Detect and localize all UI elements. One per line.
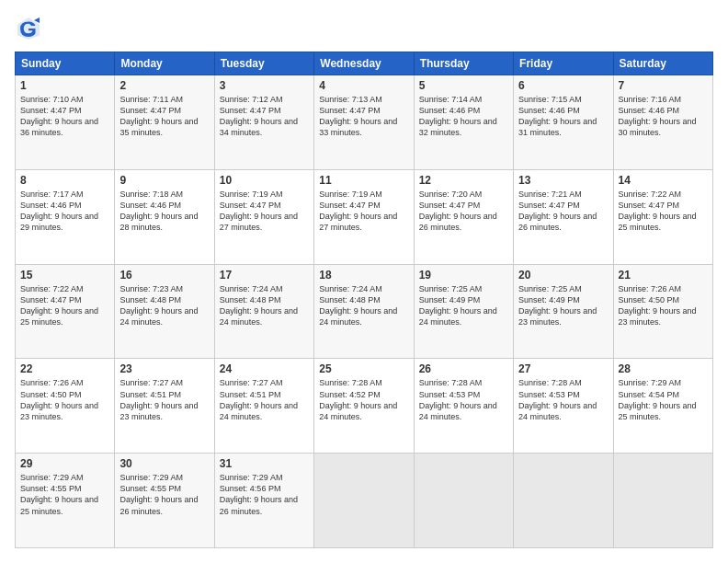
day-number: 26 <box>419 362 508 375</box>
calendar-day-cell: 29Sunrise: 7:29 AM Sunset: 4:55 PM Dayli… <box>16 454 115 548</box>
calendar-day-cell: 9Sunrise: 7:18 AM Sunset: 4:46 PM Daylig… <box>115 169 214 264</box>
calendar-day-cell: 22Sunrise: 7:26 AM Sunset: 4:50 PM Dayli… <box>16 359 115 454</box>
weekday-header: Sunday <box>16 52 115 75</box>
day-info: Sunrise: 7:19 AM Sunset: 4:47 PM Dayligh… <box>319 189 408 234</box>
day-number: 20 <box>518 269 608 282</box>
calendar-week-row: 1Sunrise: 7:10 AM Sunset: 4:47 PM Daylig… <box>16 75 713 170</box>
calendar-day-cell: 19Sunrise: 7:25 AM Sunset: 4:49 PM Dayli… <box>414 264 513 359</box>
weekday-header: Saturday <box>613 52 712 75</box>
day-number: 19 <box>419 269 508 282</box>
calendar-day-cell: 5Sunrise: 7:14 AM Sunset: 4:46 PM Daylig… <box>414 75 513 170</box>
calendar-day-cell: 14Sunrise: 7:22 AM Sunset: 4:47 PM Dayli… <box>613 169 712 264</box>
day-number: 2 <box>119 79 209 92</box>
day-number: 14 <box>619 174 708 187</box>
calendar-day-cell: 28Sunrise: 7:29 AM Sunset: 4:54 PM Dayli… <box>613 359 712 454</box>
day-number: 8 <box>20 174 109 187</box>
day-number: 13 <box>518 174 608 187</box>
day-number: 11 <box>319 174 408 187</box>
calendar-day-cell: 27Sunrise: 7:28 AM Sunset: 4:53 PM Dayli… <box>514 359 613 454</box>
calendar-day-cell: 21Sunrise: 7:26 AM Sunset: 4:50 PM Dayli… <box>613 264 712 359</box>
weekday-header: Thursday <box>414 52 513 75</box>
day-info: Sunrise: 7:11 AM Sunset: 4:47 PM Dayligh… <box>119 94 209 139</box>
day-number: 6 <box>518 79 608 92</box>
calendar-day-cell: 1Sunrise: 7:10 AM Sunset: 4:47 PM Daylig… <box>16 75 115 170</box>
weekday-header: Monday <box>115 52 214 75</box>
day-info: Sunrise: 7:12 AM Sunset: 4:47 PM Dayligh… <box>220 94 309 139</box>
day-info: Sunrise: 7:29 AM Sunset: 4:54 PM Dayligh… <box>619 377 708 422</box>
calendar-day-cell: 4Sunrise: 7:13 AM Sunset: 4:47 PM Daylig… <box>314 75 414 170</box>
calendar-day-cell: 25Sunrise: 7:28 AM Sunset: 4:52 PM Dayli… <box>314 359 414 454</box>
day-info: Sunrise: 7:29 AM Sunset: 4:55 PM Dayligh… <box>119 472 209 517</box>
day-number: 5 <box>419 79 508 92</box>
day-info: Sunrise: 7:10 AM Sunset: 4:47 PM Dayligh… <box>20 94 109 139</box>
day-info: Sunrise: 7:26 AM Sunset: 4:50 PM Dayligh… <box>20 377 109 422</box>
day-info: Sunrise: 7:29 AM Sunset: 4:55 PM Dayligh… <box>20 472 109 517</box>
calendar-header-row: SundayMondayTuesdayWednesdayThursdayFrid… <box>16 52 713 75</box>
logo <box>15 15 46 42</box>
day-info: Sunrise: 7:14 AM Sunset: 4:46 PM Dayligh… <box>419 94 508 139</box>
calendar-day-cell: 10Sunrise: 7:19 AM Sunset: 4:47 PM Dayli… <box>214 169 313 264</box>
day-info: Sunrise: 7:24 AM Sunset: 4:48 PM Dayligh… <box>319 283 408 328</box>
day-info: Sunrise: 7:19 AM Sunset: 4:47 PM Dayligh… <box>220 189 309 234</box>
day-info: Sunrise: 7:28 AM Sunset: 4:53 PM Dayligh… <box>419 377 508 422</box>
day-number: 22 <box>20 362 109 375</box>
day-info: Sunrise: 7:20 AM Sunset: 4:47 PM Dayligh… <box>419 189 508 234</box>
day-number: 24 <box>220 362 309 375</box>
calendar-day-cell <box>613 454 712 548</box>
calendar-day-cell: 26Sunrise: 7:28 AM Sunset: 4:53 PM Dayli… <box>414 359 513 454</box>
day-number: 23 <box>119 362 209 375</box>
calendar-day-cell: 8Sunrise: 7:17 AM Sunset: 4:46 PM Daylig… <box>16 169 115 264</box>
calendar-day-cell: 11Sunrise: 7:19 AM Sunset: 4:47 PM Dayli… <box>314 169 414 264</box>
calendar-day-cell: 12Sunrise: 7:20 AM Sunset: 4:47 PM Dayli… <box>414 169 513 264</box>
calendar-week-row: 15Sunrise: 7:22 AM Sunset: 4:47 PM Dayli… <box>16 264 713 359</box>
day-info: Sunrise: 7:27 AM Sunset: 4:51 PM Dayligh… <box>119 377 209 422</box>
day-number: 29 <box>20 457 109 470</box>
calendar-day-cell: 23Sunrise: 7:27 AM Sunset: 4:51 PM Dayli… <box>115 359 214 454</box>
day-info: Sunrise: 7:22 AM Sunset: 4:47 PM Dayligh… <box>20 283 109 328</box>
day-number: 10 <box>220 174 309 187</box>
day-number: 7 <box>619 79 708 92</box>
calendar-day-cell: 18Sunrise: 7:24 AM Sunset: 4:48 PM Dayli… <box>314 264 414 359</box>
page: SundayMondayTuesdayWednesdayThursdayFrid… <box>0 0 728 563</box>
calendar-day-cell: 2Sunrise: 7:11 AM Sunset: 4:47 PM Daylig… <box>115 75 214 170</box>
day-number: 12 <box>419 174 508 187</box>
calendar-week-row: 29Sunrise: 7:29 AM Sunset: 4:55 PM Dayli… <box>16 454 713 548</box>
day-number: 28 <box>619 362 708 375</box>
weekday-header: Friday <box>514 52 613 75</box>
day-number: 15 <box>20 269 109 282</box>
day-number: 25 <box>319 362 408 375</box>
day-info: Sunrise: 7:24 AM Sunset: 4:48 PM Dayligh… <box>220 283 309 328</box>
day-number: 1 <box>20 79 109 92</box>
calendar-day-cell: 17Sunrise: 7:24 AM Sunset: 4:48 PM Dayli… <box>214 264 313 359</box>
calendar-day-cell: 30Sunrise: 7:29 AM Sunset: 4:55 PM Dayli… <box>115 454 214 548</box>
calendar-day-cell: 6Sunrise: 7:15 AM Sunset: 4:46 PM Daylig… <box>514 75 613 170</box>
calendar-day-cell: 24Sunrise: 7:27 AM Sunset: 4:51 PM Dayli… <box>214 359 313 454</box>
calendar-day-cell <box>414 454 513 548</box>
day-number: 31 <box>220 457 309 470</box>
calendar-day-cell: 31Sunrise: 7:29 AM Sunset: 4:56 PM Dayli… <box>214 454 313 548</box>
calendar-day-cell: 13Sunrise: 7:21 AM Sunset: 4:47 PM Dayli… <box>514 169 613 264</box>
header <box>15 15 713 42</box>
day-info: Sunrise: 7:28 AM Sunset: 4:52 PM Dayligh… <box>319 377 408 422</box>
day-info: Sunrise: 7:15 AM Sunset: 4:46 PM Dayligh… <box>518 94 608 139</box>
day-info: Sunrise: 7:17 AM Sunset: 4:46 PM Dayligh… <box>20 189 109 234</box>
day-info: Sunrise: 7:13 AM Sunset: 4:47 PM Dayligh… <box>319 94 408 139</box>
day-info: Sunrise: 7:27 AM Sunset: 4:51 PM Dayligh… <box>220 377 309 422</box>
day-info: Sunrise: 7:25 AM Sunset: 4:49 PM Dayligh… <box>518 283 608 328</box>
day-number: 4 <box>319 79 408 92</box>
calendar-day-cell <box>514 454 613 548</box>
day-info: Sunrise: 7:29 AM Sunset: 4:56 PM Dayligh… <box>220 472 309 517</box>
day-number: 18 <box>319 269 408 282</box>
day-info: Sunrise: 7:18 AM Sunset: 4:46 PM Dayligh… <box>119 189 209 234</box>
day-info: Sunrise: 7:16 AM Sunset: 4:46 PM Dayligh… <box>619 94 708 139</box>
day-number: 16 <box>119 269 209 282</box>
calendar-day-cell <box>314 454 414 548</box>
day-info: Sunrise: 7:25 AM Sunset: 4:49 PM Dayligh… <box>419 283 508 328</box>
day-number: 30 <box>119 457 209 470</box>
logo-icon <box>15 15 42 42</box>
calendar-day-cell: 7Sunrise: 7:16 AM Sunset: 4:46 PM Daylig… <box>613 75 712 170</box>
day-number: 21 <box>619 269 708 282</box>
day-info: Sunrise: 7:28 AM Sunset: 4:53 PM Dayligh… <box>518 377 608 422</box>
calendar-day-cell: 16Sunrise: 7:23 AM Sunset: 4:48 PM Dayli… <box>115 264 214 359</box>
calendar-day-cell: 15Sunrise: 7:22 AM Sunset: 4:47 PM Dayli… <box>16 264 115 359</box>
